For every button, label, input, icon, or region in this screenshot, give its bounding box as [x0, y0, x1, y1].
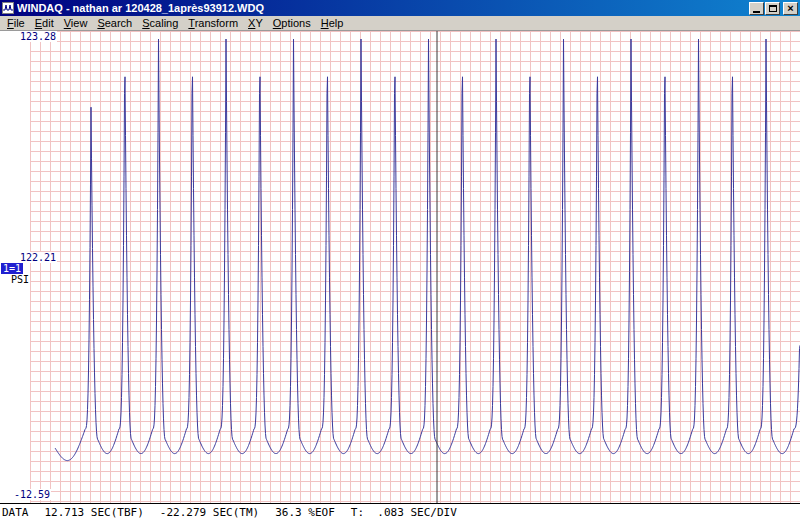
- y-min-label: -12.59: [13, 489, 51, 500]
- menu-scaling[interactable]: Scaling: [137, 16, 183, 30]
- waveform: [55, 39, 800, 461]
- status-sec-per-div: T: .083 SEC/DIV: [351, 506, 457, 519]
- menu-xy[interactable]: XY: [243, 16, 268, 30]
- statusbar: DATA 12.713 SEC(TBF) -22.279 SEC(TM) 36.…: [0, 503, 800, 521]
- menu-view[interactable]: View: [59, 16, 93, 30]
- y-cursor-value-label: 122.21: [19, 252, 57, 263]
- menu-transform[interactable]: Transform: [183, 16, 243, 30]
- status-tm: -22.279 SEC(TM): [160, 506, 259, 519]
- waveform-svg[interactable]: [30, 31, 800, 503]
- menubar: File Edit View Search Scaling Transform …: [0, 16, 800, 31]
- status-mode: DATA: [2, 506, 29, 519]
- close-icon: ×: [787, 3, 793, 14]
- status-tbf: 12.713 SEC(TBF): [45, 506, 144, 519]
- minimize-button[interactable]: [749, 2, 764, 15]
- titlebar-buttons: ×: [749, 2, 798, 15]
- channel-indicator[interactable]: 1=1: [1, 263, 23, 274]
- menu-file[interactable]: File: [2, 16, 30, 30]
- menu-edit[interactable]: Edit: [30, 16, 59, 30]
- menu-search[interactable]: Search: [92, 16, 137, 30]
- titlebar[interactable]: WINDAQ - nathan ar 120428_1après93912.WD…: [0, 0, 800, 16]
- unit-label: PSI: [10, 274, 30, 285]
- chart-area[interactable]: [30, 31, 800, 503]
- window-title: WINDAQ - nathan ar 120428_1après93912.WD…: [17, 0, 746, 16]
- close-button[interactable]: ×: [783, 2, 798, 15]
- status-eof: 36.3 %EOF: [275, 506, 335, 519]
- maximize-icon: [769, 5, 777, 12]
- chart-client: 123.28 122.21 1=1 PSI -12.59: [0, 31, 800, 503]
- minimize-icon: [753, 11, 760, 13]
- menu-help[interactable]: Help: [316, 16, 349, 30]
- app-icon-waveform: [3, 4, 13, 12]
- menu-options[interactable]: Options: [268, 16, 316, 30]
- maximize-button[interactable]: [765, 2, 780, 15]
- app-icon: [2, 2, 14, 14]
- windaq-window: WINDAQ - nathan ar 120428_1après93912.WD…: [0, 0, 800, 521]
- y-max-label: 123.28: [19, 31, 57, 42]
